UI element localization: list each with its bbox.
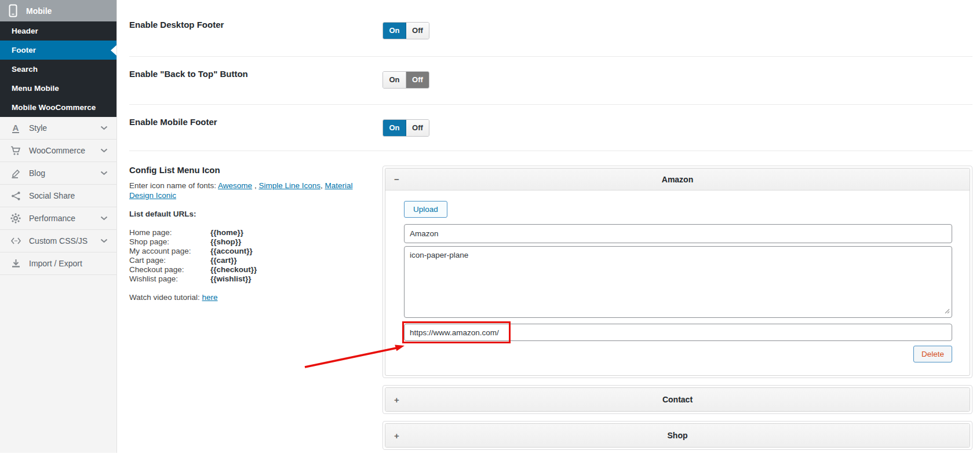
chevron-down-icon — [100, 239, 108, 243]
accordion-contact: + Contact — [382, 385, 972, 414]
default-urls-list: Home page:{{home}} Shop page:{{shop}} My… — [129, 228, 372, 284]
toggle-off-option[interactable]: Off — [406, 72, 429, 88]
sidebar-header-mobile: Mobile — [0, 0, 116, 21]
setting-label: Enable Desktop Footer — [129, 20, 382, 56]
style-icon: A — [9, 123, 22, 133]
sidebar-item-performance[interactable]: Performance — [0, 207, 116, 230]
sidebar-item-style[interactable]: A Style — [0, 117, 116, 140]
link-simple-line-icons[interactable]: Simple Line Icons — [258, 181, 320, 190]
config-list-menu-icon-section: Config List Menu Icon Enter icon name of… — [129, 151, 972, 457]
accordion-shop: + Shop — [382, 421, 972, 450]
list-item: My account page:{{account}} — [129, 247, 372, 256]
toggle-on-option[interactable]: On — [383, 23, 406, 39]
link-video-tutorial[interactable]: here — [202, 293, 218, 302]
mobile-footer-toggle[interactable]: On Off — [382, 119, 429, 137]
setting-row-back-to-top: Enable "Back to Top" Button On Off — [129, 57, 972, 105]
accordion-header-contact[interactable]: + Contact — [385, 388, 970, 411]
sidebar-dark-menu: Header Footer Search Menu Mobile Mobile … — [0, 21, 116, 117]
sidebar-item-menu-mobile[interactable]: Menu Mobile — [0, 79, 116, 98]
upload-button[interactable]: Upload — [404, 201, 447, 218]
default-urls-title: List default URLs: — [129, 210, 372, 218]
download-icon — [9, 259, 22, 269]
back-to-top-toggle[interactable]: On Off — [382, 71, 429, 89]
accordion-header-shop[interactable]: + Shop — [385, 424, 970, 447]
sidebar-item-social-share[interactable]: Social Share — [0, 185, 116, 207]
code-icon — [9, 237, 22, 245]
chevron-down-icon — [100, 148, 108, 153]
accordion-body-amazon: Upload icon-paper-plane — [385, 190, 970, 375]
menu-icon-accordion-panel: − Amazon Upload icon-paper-plane — [382, 166, 972, 457]
accordion-title: Contact — [385, 395, 970, 404]
config-description-column: Config List Menu Icon Enter icon name of… — [129, 166, 382, 457]
accordion-title: Amazon — [385, 175, 970, 184]
toggle-on-option[interactable]: On — [383, 72, 406, 88]
accordion-amazon: − Amazon Upload icon-paper-plane — [382, 166, 972, 378]
active-notch — [111, 45, 116, 56]
setting-label: Enable Mobile Footer — [129, 118, 382, 151]
chevron-down-icon — [100, 216, 108, 221]
share-icon — [9, 191, 22, 201]
menu-url-input[interactable] — [404, 324, 952, 341]
expand-icon[interactable]: + — [394, 431, 399, 441]
setting-label: Enable "Back to Top" Button — [129, 69, 382, 104]
mobile-phone-icon — [9, 4, 17, 17]
toggle-off-option[interactable]: Off — [406, 23, 429, 39]
sidebar-light-menu: A Style WooCommerce Blog — [0, 117, 116, 275]
accordion-title: Shop — [385, 431, 970, 440]
link-font-awesome[interactable]: Awesome — [218, 181, 252, 190]
desktop-footer-toggle[interactable]: On Off — [382, 22, 429, 39]
tutorial-line: Watch video tutorial: here — [129, 293, 372, 302]
sidebar-item-mobile-woocommerce[interactable]: Mobile WooCommerce — [0, 98, 116, 117]
chevron-down-icon — [100, 171, 108, 175]
sidebar-header-label: Mobile — [26, 6, 52, 16]
icon-name-textarea[interactable]: icon-paper-plane — [404, 246, 952, 318]
fonts-description: Enter icon name of fonts: Awesome , Simp… — [129, 181, 372, 200]
main-content: Enable Desktop Footer On Off Enable "Bac… — [117, 0, 980, 458]
pencil-icon — [9, 168, 22, 178]
expand-icon[interactable]: + — [394, 395, 399, 405]
setting-row-desktop-footer: Enable Desktop Footer On Off — [129, 0, 972, 57]
sidebar-item-blog[interactable]: Blog — [0, 162, 116, 185]
toggle-on-option[interactable]: On — [383, 120, 406, 136]
cart-icon — [9, 146, 22, 156]
sidebar-item-import-export[interactable]: Import / Export — [0, 252, 116, 275]
setting-row-mobile-footer: Enable Mobile Footer On Off — [129, 105, 972, 151]
sidebar-item-search[interactable]: Search — [0, 60, 116, 79]
accordion-header-amazon[interactable]: − Amazon — [385, 168, 970, 190]
delete-button[interactable]: Delete — [913, 346, 952, 362]
sidebar: Mobile Header Footer Search Menu Mobile … — [0, 0, 117, 453]
sidebar-item-header[interactable]: Header — [0, 21, 116, 41]
sidebar-item-footer[interactable]: Footer — [0, 41, 116, 60]
sidebar-item-woocommerce[interactable]: WooCommerce — [0, 140, 116, 162]
collapse-icon[interactable]: − — [394, 174, 399, 184]
chevron-down-icon — [100, 126, 108, 130]
gear-icon — [9, 213, 22, 223]
list-item: Home page:{{home}} — [129, 228, 372, 237]
section-title: Config List Menu Icon — [129, 166, 372, 175]
sidebar-item-custom-css-js[interactable]: Custom CSS/JS — [0, 230, 116, 252]
list-item: Checkout page:{{checkout}} — [129, 265, 372, 274]
toggle-off-option[interactable]: Off — [406, 120, 429, 136]
list-item: Wishlist page:{{wishlist}} — [129, 274, 372, 284]
menu-name-input[interactable] — [404, 224, 952, 243]
list-item: Shop page:{{shop}} — [129, 237, 372, 247]
theme-options-page: Mobile Header Footer Search Menu Mobile … — [0, 0, 980, 458]
list-item: Cart page:{{cart}} — [129, 256, 372, 265]
